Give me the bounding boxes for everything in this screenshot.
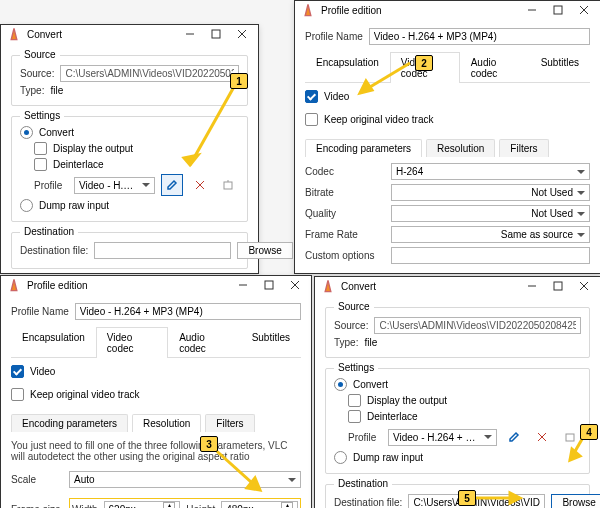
chevron-down-icon <box>142 183 150 187</box>
new-profile-icon[interactable] <box>559 426 581 448</box>
profile-combo[interactable]: Video - H.264 + MP3 (MP4) <box>388 429 497 446</box>
chevron-down-icon <box>577 212 585 216</box>
tab-encapsulation[interactable]: Encapsulation <box>305 52 390 83</box>
convert-radio[interactable] <box>334 378 347 391</box>
subtab-resolution[interactable]: Resolution <box>132 414 201 432</box>
framerate-combo[interactable]: Same as source <box>391 226 590 243</box>
main-tabs: Encapsulation Video codec Audio codec Su… <box>305 52 590 83</box>
source-group: Source Source: Type: file <box>11 55 248 106</box>
sub-tabs: Encoding parameters Resolution Filters <box>11 414 301 432</box>
chevron-down-icon <box>577 233 585 237</box>
deinterlace-check[interactable] <box>34 158 47 171</box>
tab-video-codec[interactable]: Video codec <box>96 327 168 358</box>
minimize-icon[interactable] <box>522 1 542 19</box>
subtab-encoding[interactable]: Encoding parameters <box>305 139 422 157</box>
window-title: Profile edition <box>27 280 88 291</box>
profile-edition-window-2: Profile edition Profile Name Encapsulati… <box>0 275 312 508</box>
close-icon[interactable] <box>232 25 252 43</box>
encoding-grid: Codec H-264 Bitrate Not Used Quality Not… <box>305 163 590 264</box>
subtab-encoding[interactable]: Encoding parameters <box>11 414 128 432</box>
scale-combo[interactable]: Auto <box>69 471 301 488</box>
tab-subtitles[interactable]: Subtitles <box>530 52 590 83</box>
subtab-filters[interactable]: Filters <box>205 414 254 432</box>
maximize-icon[interactable] <box>548 277 568 295</box>
profile-edition-window-1: Profile edition Profile Name Encapsulati… <box>294 0 600 274</box>
display-output-check[interactable] <box>34 142 47 155</box>
svg-rect-26 <box>566 434 574 441</box>
video-check[interactable] <box>305 90 318 103</box>
chevron-down-icon <box>484 435 492 439</box>
display-output-check[interactable] <box>348 394 361 407</box>
browse-button[interactable]: Browse <box>551 494 600 508</box>
codec-combo[interactable]: H-264 <box>391 163 590 180</box>
vlc-icon <box>7 27 21 41</box>
dump-radio[interactable] <box>20 199 33 212</box>
tab-audio-codec[interactable]: Audio codec <box>460 52 530 83</box>
dest-file-label: Destination file: <box>20 245 88 256</box>
window-title: Convert <box>341 281 376 292</box>
source-field[interactable] <box>60 65 239 82</box>
profile-name-field[interactable] <box>369 28 590 45</box>
minimize-icon[interactable] <box>180 25 200 43</box>
svg-rect-11 <box>554 6 562 14</box>
settings-group: Settings Convert Display the output Dein… <box>11 116 248 222</box>
close-icon[interactable] <box>285 276 305 294</box>
profile-combo[interactable]: Video - H.264 + MP3 (MP4) <box>74 177 155 194</box>
close-icon[interactable] <box>574 277 594 295</box>
keep-original-check[interactable] <box>11 388 24 401</box>
minimize-icon[interactable] <box>522 277 542 295</box>
resolution-hint: You just need to fill one of the three f… <box>11 438 301 464</box>
tab-subtitles[interactable]: Subtitles <box>241 327 301 358</box>
subtab-filters[interactable]: Filters <box>499 139 548 157</box>
width-spin[interactable]: 620px▴▾ <box>104 501 181 508</box>
deinterlace-check[interactable] <box>348 410 361 423</box>
profile-label: Profile <box>34 180 68 191</box>
edit-profile-icon[interactable] <box>503 426 525 448</box>
svg-rect-21 <box>554 282 562 290</box>
minimize-icon[interactable] <box>233 276 253 294</box>
bitrate-combo[interactable]: Not Used <box>391 184 590 201</box>
keep-original-check[interactable] <box>305 113 318 126</box>
video-check[interactable] <box>11 365 24 378</box>
height-spin[interactable]: 480px▴▾ <box>221 501 298 508</box>
maximize-icon[interactable] <box>206 25 226 43</box>
profile-name-label: Profile Name <box>11 306 69 317</box>
delete-profile-icon[interactable] <box>531 426 553 448</box>
svg-rect-7 <box>224 182 232 189</box>
titlebar: Profile edition <box>295 1 600 19</box>
chevron-down-icon <box>577 170 585 174</box>
profile-name-field[interactable] <box>75 303 301 320</box>
callout-5: 5 <box>458 490 476 506</box>
edit-profile-icon[interactable] <box>161 174 183 196</box>
custom-options-field[interactable] <box>391 247 590 264</box>
convert-radio[interactable] <box>20 126 33 139</box>
delete-profile-icon[interactable] <box>189 174 211 196</box>
tab-encapsulation[interactable]: Encapsulation <box>11 327 96 358</box>
dump-radio[interactable] <box>334 451 347 464</box>
source-group: Source Source: Type: file <box>325 307 590 358</box>
titlebar: Convert <box>315 277 600 295</box>
browse-button[interactable]: Browse <box>237 242 292 259</box>
scale-label: Scale <box>11 474 63 485</box>
vlc-icon <box>321 279 335 293</box>
svg-rect-2 <box>212 30 220 38</box>
new-profile-icon[interactable] <box>217 174 239 196</box>
callout-1: 1 <box>230 73 248 89</box>
convert-window-2: Convert Source Source: Type: file Settin… <box>314 276 600 508</box>
window-title: Profile edition <box>321 5 382 16</box>
dest-file-field[interactable] <box>94 242 231 259</box>
dest-file-field[interactable] <box>408 494 545 508</box>
titlebar: Profile edition <box>1 276 311 294</box>
callout-4: 4 <box>580 424 598 440</box>
close-icon[interactable] <box>574 1 594 19</box>
maximize-icon[interactable] <box>259 276 279 294</box>
source-field[interactable] <box>374 317 581 334</box>
titlebar: Convert <box>1 25 258 43</box>
subtab-resolution[interactable]: Resolution <box>426 139 495 157</box>
type-label: Type: <box>20 85 44 96</box>
maximize-icon[interactable] <box>548 1 568 19</box>
settings-group: Settings Convert Display the output Dein… <box>325 368 590 474</box>
vlc-icon <box>301 3 315 17</box>
tab-audio-codec[interactable]: Audio codec <box>168 327 241 358</box>
quality-combo[interactable]: Not Used <box>391 205 590 222</box>
